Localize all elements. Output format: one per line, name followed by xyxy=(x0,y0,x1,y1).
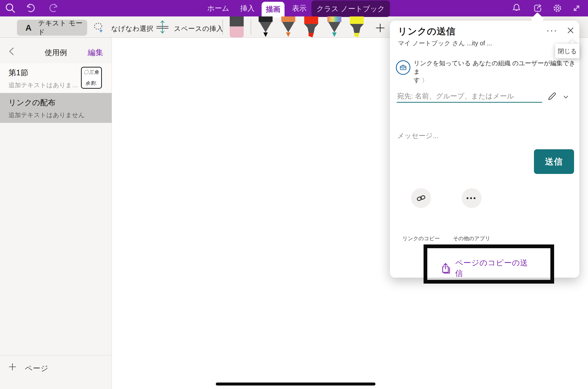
eraser-tool[interactable] xyxy=(230,16,244,37)
yellow-highlighter-tool[interactable] xyxy=(350,16,364,37)
page-title: リンクの配布 xyxy=(8,97,56,108)
message-input[interactable] xyxy=(397,130,572,142)
settings-gear-icon[interactable] xyxy=(552,3,563,14)
dialog-title: リンクの送信 xyxy=(398,25,455,38)
lasso-select-label[interactable]: なげなわ選択 xyxy=(111,24,154,33)
orange-pen-tool[interactable] xyxy=(281,16,295,37)
send-button[interactable]: 送信 xyxy=(534,149,574,174)
text-mode-a-icon: A xyxy=(25,23,32,33)
send-button-label: 送信 xyxy=(545,156,563,167)
page-thumbnail: 〇三角 余割. xyxy=(81,67,102,89)
red-highlighter-tool[interactable] xyxy=(304,16,318,37)
more-apps-label: その他のアプリ xyxy=(449,235,494,242)
black-pen-tool[interactable] xyxy=(259,16,273,37)
insert-space-icon[interactable] xyxy=(155,19,169,35)
divider xyxy=(0,355,112,355)
lasso-select-icon[interactable] xyxy=(93,22,104,33)
copy-link-label: リンクのコピー xyxy=(401,235,441,242)
edit-button[interactable]: 編集 xyxy=(88,47,108,58)
send-link-dialog: リンクの送信 ··· マイ ノートブック さん ...ity of ... リン… xyxy=(390,21,579,278)
permission-line2: す xyxy=(414,77,420,83)
more-options-button[interactable]: ··· xyxy=(546,25,560,36)
chevron-right-icon: 〉 xyxy=(422,77,428,83)
search-icon[interactable] xyxy=(4,2,16,14)
page-item-link-distribution-selected[interactable]: リンクの配布 追加テキストはありません xyxy=(0,93,112,123)
highlight-annotation-box xyxy=(424,244,554,284)
undo-icon[interactable] xyxy=(25,2,36,14)
share-icon[interactable] xyxy=(532,3,543,14)
toolbar-separator xyxy=(251,19,251,35)
page-item-section1[interactable]: 第1節 追加テキストはありま… 〇三角 余割. xyxy=(0,63,112,93)
tab-insert[interactable]: 挿入 xyxy=(237,0,258,16)
top-app-bar: ホーム 挿入 表示 xyxy=(0,0,588,16)
text-mode-label: テキスト モード xyxy=(38,19,87,37)
chevron-down-icon[interactable] xyxy=(562,93,570,101)
tab-view[interactable]: 表示 xyxy=(289,0,310,16)
onenote-app: ホーム 挿入 表示 クラス xyxy=(0,0,588,389)
page-subtitle: 追加テキストはありま… xyxy=(8,81,78,89)
close-tooltip: 閉じる xyxy=(555,44,580,58)
link-icon xyxy=(416,193,426,203)
page-title: 第1節 xyxy=(8,68,28,78)
tab-draw-selected[interactable]: 描画 xyxy=(262,2,285,18)
notebook-subtitle: マイ ノートブック さん ...ity of ... xyxy=(398,39,492,47)
tab-class-notebook[interactable]: クラス ノートブック xyxy=(311,0,390,17)
page-subtitle: 追加テキストはありません xyxy=(8,111,85,119)
add-page-button[interactable]: ページ xyxy=(25,363,48,374)
text-mode-button[interactable]: A テキスト モード xyxy=(17,20,87,36)
more-apps-button[interactable]: ••• xyxy=(462,188,482,208)
expand-fullscreen-icon[interactable] xyxy=(571,3,582,14)
bell-icon[interactable] xyxy=(511,3,522,14)
permission-line1: リンクを知っている あなたの組織 のユーザーが編集できま xyxy=(414,60,575,75)
redo-icon[interactable] xyxy=(48,2,59,14)
add-pen-plus-icon[interactable] xyxy=(375,22,386,33)
edit-pencil-icon[interactable] xyxy=(547,91,557,101)
eraser-cap xyxy=(230,16,244,26)
rainbow-pen-tool[interactable] xyxy=(327,16,341,37)
home-indicator-bar[interactable] xyxy=(216,383,375,386)
insert-space-label[interactable]: スペースの挿入 xyxy=(174,24,223,33)
permission-settings-link[interactable]: リンクを知っている あなたの組織 のユーザーが編集できま す〉 xyxy=(414,59,577,84)
add-page-plus-icon[interactable] xyxy=(7,362,17,372)
copy-link-button[interactable] xyxy=(411,188,431,208)
eraser-body xyxy=(230,26,244,37)
page-list-sidebar: 使用例 編集 第1節 追加テキストはありま… 〇三角 余割. リンクの配布 追加… xyxy=(0,37,112,389)
permission-briefcase-icon xyxy=(396,60,410,75)
toolbar-separator xyxy=(222,19,223,35)
close-icon[interactable] xyxy=(566,26,575,35)
recipient-input[interactable] xyxy=(397,90,542,103)
ellipsis-icon: ••• xyxy=(466,194,477,202)
tab-home[interactable]: ホーム xyxy=(204,0,232,16)
thumbnail-handwriting-line: 〇三角 xyxy=(83,69,100,76)
thumbnail-handwriting-line: 余割. xyxy=(83,80,100,86)
